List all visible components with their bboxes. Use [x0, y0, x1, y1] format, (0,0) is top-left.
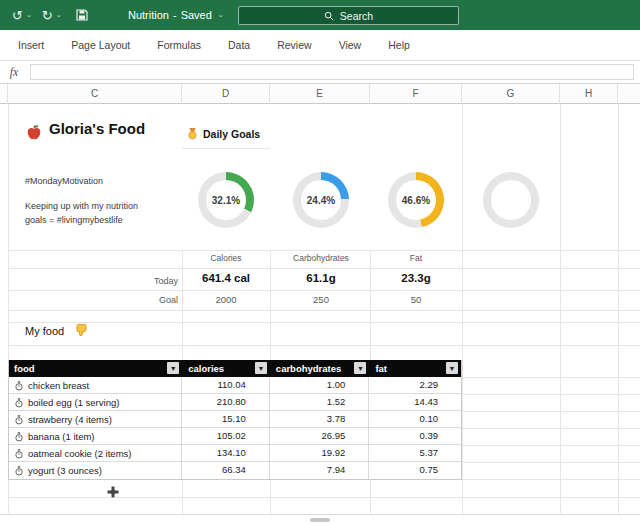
- menu-tab-review[interactable]: Review: [277, 39, 311, 51]
- table-row[interactable]: oatmeal cookie (2 items) 134.10 19.92 5.…: [9, 445, 461, 462]
- redo-caret-chevron-down-icon[interactable]: ⌄: [56, 11, 62, 19]
- sheet-scroll-handle[interactable]: [310, 518, 330, 522]
- stopwatch-icon: [14, 466, 24, 476]
- food-name: strawberry (4 items): [28, 412, 112, 428]
- motivation-tag: #MondayMotivation: [25, 176, 103, 186]
- menu-tab-page-layout[interactable]: Page Layout: [71, 39, 130, 51]
- fat-cell[interactable]: 5.37: [369, 445, 461, 462]
- fx-icon: fx: [0, 61, 28, 83]
- column-header-d[interactable]: D: [182, 84, 270, 104]
- title-separator: -: [173, 9, 177, 21]
- food-name: chicken breast: [28, 378, 89, 394]
- menu-tab-view[interactable]: View: [339, 39, 362, 51]
- col-label-calories: Calories: [181, 253, 271, 263]
- donut-percent-carbohydrates: 24.4%: [307, 195, 335, 206]
- donut-percent-fat: 46.6%: [402, 195, 430, 206]
- document-title: Nutrition: [128, 9, 169, 21]
- search-label: Search: [340, 10, 373, 22]
- food-name: yogurt (3 ounces): [28, 463, 102, 479]
- table-row[interactable]: strawberry (4 items) 15.10 3.78 0.10: [9, 411, 461, 428]
- apple-icon: [25, 123, 43, 141]
- stopwatch-icon: [14, 415, 24, 425]
- table-row[interactable]: boiled egg (1 serving) 210.80 1.52 14.43: [9, 394, 461, 411]
- food-cell[interactable]: strawberry (4 items): [9, 411, 182, 428]
- col-label-carbohydrates: Carbohydrates: [276, 253, 366, 263]
- document-title-group[interactable]: Nutrition - Saved ⌄: [128, 0, 224, 30]
- today-carbohydrates-value: 61.1g: [276, 272, 366, 284]
- carbohydrates-cell[interactable]: 1.00: [270, 377, 370, 394]
- column-header-h[interactable]: H: [560, 84, 618, 104]
- stopwatch-icon: [14, 398, 24, 408]
- column-header-e[interactable]: E: [270, 84, 370, 104]
- goal-label: Goal: [100, 295, 178, 305]
- daily-goals-icon: [186, 127, 199, 140]
- my-food-label: My food: [25, 325, 64, 337]
- carbohydrates-cell[interactable]: 26.95: [270, 428, 370, 445]
- calories-cell[interactable]: 210.80: [182, 394, 270, 411]
- sheet-title: Gloria's Food: [49, 120, 145, 137]
- column-header-g[interactable]: G: [462, 84, 560, 104]
- redo-icon[interactable]: ↻: [42, 9, 53, 22]
- formula-input[interactable]: [30, 64, 634, 80]
- daily-goals-label: Daily Goals: [203, 128, 260, 140]
- food-table-body: chicken breast 110.04 1.00 2.29 boiled e…: [9, 377, 461, 479]
- calories-cell[interactable]: 134.10: [182, 445, 270, 462]
- undo-icon[interactable]: ↺: [12, 9, 23, 22]
- food-name: boiled egg (1 serving): [28, 395, 119, 411]
- calories-cell[interactable]: 15.10: [182, 411, 270, 428]
- menu-tab-formulas[interactable]: Formulas: [157, 39, 201, 51]
- donut-chart-empty[interactable]: [483, 172, 539, 228]
- table-row[interactable]: banana (1 item) 105.02 26.95 0.39: [9, 428, 461, 445]
- hand-pointer-icon: [74, 322, 89, 337]
- save-icon[interactable]: [76, 9, 88, 21]
- table-row[interactable]: yogurt (3 ounces) 66.34 7.94 0.75: [9, 462, 461, 479]
- menu-tab-help[interactable]: Help: [388, 39, 410, 51]
- column-header-c[interactable]: C: [8, 84, 182, 104]
- fat-cell[interactable]: 2.29: [369, 377, 461, 394]
- fat-cell[interactable]: 0.10: [369, 411, 461, 428]
- food-cell[interactable]: chicken breast: [9, 377, 182, 394]
- table-row[interactable]: chicken breast 110.04 1.00 2.29: [9, 377, 461, 394]
- filter-icon[interactable]: ▼: [255, 362, 267, 374]
- food-cell[interactable]: boiled egg (1 serving): [9, 394, 182, 411]
- carbohydrates-cell[interactable]: 7.94: [270, 462, 370, 479]
- goal-calories-value: 2000: [181, 294, 271, 305]
- fat-cell[interactable]: 0.75: [369, 462, 461, 479]
- filter-icon[interactable]: ▼: [354, 362, 366, 374]
- calories-cell[interactable]: 110.04: [182, 377, 270, 394]
- food-table-header: food ▼ calories ▼ carbohydrates ▼ fat ▼: [9, 360, 461, 377]
- header-food[interactable]: food ▼: [9, 360, 182, 377]
- header-fat[interactable]: fat ▼: [369, 360, 461, 377]
- donut-chart-carbohydrates[interactable]: 24.4%: [293, 172, 349, 228]
- fat-cell[interactable]: 14.43: [369, 394, 461, 411]
- motivation-line1: Keeping up with my nutrition: [25, 201, 138, 211]
- carbohydrates-cell[interactable]: 3.78: [270, 411, 370, 428]
- food-cell[interactable]: banana (1 item): [9, 428, 182, 445]
- donut-chart-calories[interactable]: 32.1%: [198, 172, 254, 228]
- header-calories[interactable]: calories ▼: [182, 360, 270, 377]
- carbohydrates-cell[interactable]: 19.92: [270, 445, 370, 462]
- food-table: food ▼ calories ▼ carbohydrates ▼ fat ▼: [8, 360, 462, 480]
- today-label: Today: [100, 276, 178, 286]
- row-gutter-header: [0, 84, 8, 104]
- save-status: Saved: [181, 9, 212, 21]
- carbohydrates-cell[interactable]: 1.52: [270, 394, 370, 411]
- food-cell[interactable]: oatmeal cookie (2 items): [9, 445, 182, 462]
- donut-chart-fat[interactable]: 46.6%: [388, 172, 444, 228]
- column-headers: C D E F G H: [0, 84, 640, 104]
- col-label-fat: Fat: [371, 253, 461, 263]
- calories-cell[interactable]: 105.02: [182, 428, 270, 445]
- filter-icon[interactable]: ▼: [167, 362, 179, 374]
- stopwatch-icon: [14, 432, 24, 442]
- undo-caret-chevron-down-icon[interactable]: ⌄: [26, 11, 32, 19]
- column-header-f[interactable]: F: [370, 84, 462, 104]
- fat-cell[interactable]: 0.39: [369, 428, 461, 445]
- food-cell[interactable]: yogurt (3 ounces): [9, 462, 182, 479]
- header-carbohydrates[interactable]: carbohydrates ▼: [270, 360, 370, 377]
- search-icon: [324, 11, 334, 21]
- search-box[interactable]: Search: [238, 6, 459, 25]
- menu-tab-insert[interactable]: Insert: [18, 39, 44, 51]
- menu-tab-data[interactable]: Data: [228, 39, 250, 51]
- filter-icon[interactable]: ▼: [446, 362, 458, 374]
- calories-cell[interactable]: 66.34: [182, 462, 270, 479]
